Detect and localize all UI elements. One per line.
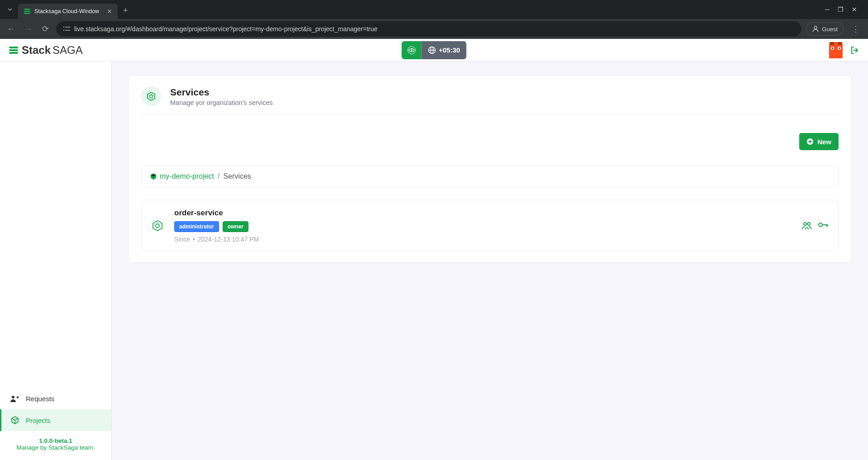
badge-owner: owner (223, 221, 248, 232)
url-field[interactable]: live.stacksaga.org/#/dashboard/manage/pr… (56, 21, 801, 37)
svg-point-16 (150, 95, 153, 98)
tab-close-icon[interactable]: ✕ (107, 8, 112, 15)
svg-rect-2 (24, 13, 30, 14)
timezone-label: +05:30 (439, 46, 460, 54)
svg-point-3 (63, 27, 64, 28)
breadcrumb: my-demo-project / Services (141, 166, 839, 187)
app-header: StackSAGA +05:30 (0, 39, 868, 62)
sidebar-item-label: Requests (26, 395, 54, 403)
since-text: Since • 2024-12-13 10:47 PM (174, 236, 791, 243)
breadcrumb-project-link[interactable]: my-demo-project (150, 172, 214, 180)
requests-icon (10, 395, 19, 402)
service-icon (152, 220, 163, 232)
svg-rect-4 (65, 27, 70, 28)
projects-icon (10, 416, 19, 425)
breadcrumb-current: Services (223, 172, 251, 180)
page-header: Services Manage yor organization's servi… (141, 86, 839, 115)
plus-circle-icon (806, 138, 814, 145)
browser-tab[interactable]: Stacksaga Cloud-Window ✕ (18, 4, 118, 19)
avatar[interactable] (829, 42, 843, 58)
close-window-icon[interactable]: ✕ (852, 6, 857, 13)
svg-marker-15 (148, 92, 155, 100)
svg-marker-18 (153, 221, 162, 231)
page-title: Services (170, 87, 273, 98)
eye-button[interactable] (401, 41, 421, 59)
new-button[interactable]: New (799, 133, 839, 150)
tab-dropdown[interactable] (4, 3, 16, 16)
minimize-icon[interactable]: ─ (825, 6, 830, 13)
badge-administrator: administrator (174, 221, 219, 232)
tab-bar: Stacksaga Cloud-Window ✕ + ─ ❐ ✕ (0, 0, 868, 19)
site-info-icon[interactable] (62, 26, 71, 32)
new-tab-button[interactable]: + (118, 6, 134, 15)
svg-rect-1 (24, 11, 30, 12)
chrome-menu-icon[interactable]: ⋮ (848, 24, 863, 34)
logo-text-bold: Stack (22, 44, 51, 57)
members-icon[interactable] (802, 222, 812, 230)
sidebar-item-requests[interactable]: Requests (0, 388, 111, 409)
main-content: Services Manage yor organization's servi… (112, 62, 868, 460)
services-icon (141, 86, 161, 106)
new-button-label: New (817, 138, 831, 146)
timezone-button[interactable]: +05:30 (421, 41, 466, 59)
forward-button[interactable]: → (22, 23, 34, 35)
version-text: 1.0.0-beta.1 (0, 437, 111, 444)
svg-point-21 (807, 223, 810, 225)
logo-text-light: SAGA (52, 44, 83, 57)
svg-point-5 (63, 30, 64, 31)
cube-icon (150, 173, 157, 180)
url-text: live.stacksaga.org/#/dashboard/manage/pr… (74, 25, 377, 33)
sidebar-item-label: Projects (26, 417, 50, 424)
browser-chrome: Stacksaga Cloud-Window ✕ + ─ ❐ ✕ ← → ⟳ l… (0, 0, 868, 39)
svg-point-20 (804, 223, 806, 225)
sidebar-footer: 1.0.0-beta.1 Manage by StackSaga team. (0, 431, 111, 460)
back-button[interactable]: ← (5, 23, 17, 35)
sidebar-item-projects[interactable]: Projects (0, 409, 111, 431)
window-controls: ─ ❐ ✕ (825, 6, 864, 13)
address-bar: ← → ⟳ live.stacksaga.org/#/dashboard/man… (0, 19, 868, 39)
svg-rect-0 (24, 9, 30, 10)
tab-title: Stacksaga Cloud-Window (34, 8, 103, 14)
svg-point-10 (411, 49, 413, 51)
svg-rect-6 (65, 30, 70, 31)
logo[interactable]: StackSAGA (9, 44, 83, 57)
svg-point-22 (819, 223, 822, 227)
profile-pill[interactable]: Guest (806, 22, 844, 36)
person-icon (812, 25, 819, 33)
svg-point-7 (814, 26, 817, 29)
globe-icon (428, 46, 436, 54)
svg-point-14 (12, 396, 14, 398)
guest-label: Guest (822, 26, 838, 33)
svg-point-19 (156, 224, 159, 228)
logout-icon[interactable] (850, 46, 859, 55)
header-center: +05:30 (401, 41, 466, 59)
maximize-icon[interactable]: ❐ (838, 6, 844, 13)
service-row[interactable]: order-service administrator owner Since … (141, 200, 839, 251)
app-viewport: StackSAGA +05:30 (0, 39, 868, 460)
breadcrumb-separator: / (218, 172, 219, 180)
tab-favicon (24, 8, 31, 15)
key-icon[interactable] (818, 222, 828, 230)
logo-mark-icon (9, 47, 18, 54)
page-subtitle: Manage yor organization's services (170, 99, 273, 106)
reload-button[interactable]: ⟳ (39, 23, 52, 35)
sidebar: Requests Projects 1.0.0-beta.1 Manage by… (0, 62, 112, 460)
service-name: order-service (174, 209, 791, 218)
managed-by-text: Manage by StackSaga team. (0, 444, 111, 451)
